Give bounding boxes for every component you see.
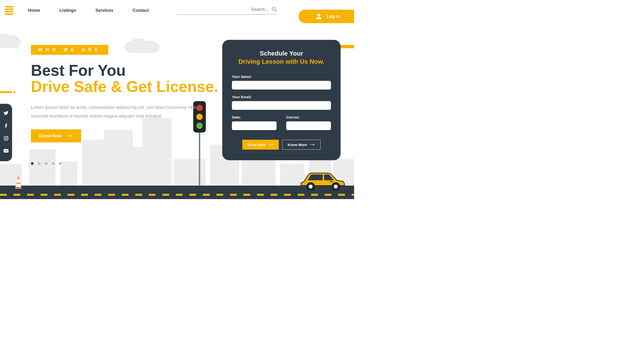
svg-marker-4 [16,179,20,183]
instagram-icon [4,136,9,141]
form-title: Schedule Your Driving Lesson with Us Now… [232,49,331,66]
road-dash-decor [0,194,354,196]
youtube-link[interactable] [4,148,9,154]
traffic-cone-decor [12,175,25,192]
facebook-icon [4,123,9,128]
login-label: Log In [326,14,340,19]
search-input[interactable] [178,7,271,12]
primary-nav: Home Listings Services Contact [28,8,149,13]
social-sidebar [0,104,12,161]
enrol-label: Enrol Now [39,133,62,138]
svg-rect-6 [12,189,24,191]
hero-description: Lorem ipsum dolor sit amet, consectetuer… [31,103,202,120]
schedule-form-card: Schedule Your Driving Lesson with Us Now… [222,40,340,160]
arrow-right-icon [66,134,73,137]
email-input[interactable] [232,101,331,110]
search-icon [271,6,278,13]
form-actions: Enrol Now Know More [232,140,331,150]
slider-dot-2[interactable] [38,162,40,165]
youtube-icon [4,148,9,153]
form-title-line2: Driving Lesson with Us Now. [232,58,331,66]
name-input[interactable] [232,81,331,89]
slider-dot-1[interactable] [31,162,34,165]
name-field-group: Your Name: [232,74,331,89]
facebook-link[interactable] [4,123,9,129]
nav-services[interactable]: Services [96,8,113,13]
arrow-right-icon [268,143,274,146]
course-input[interactable] [286,121,331,130]
nav-contact[interactable]: Contact [132,8,149,13]
email-label: Your Email: [232,95,252,99]
date-course-row: Date: Course: [232,115,331,130]
twitter-icon [4,110,9,116]
search-field[interactable] [178,6,278,15]
course-field-group: Course: [286,115,331,130]
headline-line1: Best For You [31,62,126,79]
enrol-now-button[interactable]: Enrol Now [31,129,81,142]
date-field-group: Date: [232,115,276,130]
car-decor [298,168,347,192]
nav-listings[interactable]: Listings [60,8,76,13]
form-title-line1: Schedule Your [260,50,303,57]
name-label: Your Name: [232,74,252,79]
form-enrol-label: Enrol Now [248,143,266,147]
slider-dot-5[interactable] [59,162,62,165]
twitter-link[interactable] [4,110,9,117]
date-label: Date: [232,115,241,119]
email-field-group: Your Email: [232,95,331,110]
nav-home[interactable]: Home [28,8,40,13]
svg-rect-11 [330,181,333,182]
course-label: Course: [286,115,300,119]
instagram-link[interactable] [4,136,9,142]
slider-dots [31,162,354,165]
know-more-button[interactable]: Know More [282,140,320,150]
slider-dot-3[interactable] [45,162,48,165]
user-icon [316,13,322,20]
svg-point-8 [309,185,312,188]
login-button[interactable]: Log In [298,10,354,23]
hero-tagline: WHO WE ARE [31,45,108,55]
slider-dot-4[interactable] [52,162,54,165]
header: Home Listings Services Contact Log In [0,0,354,21]
know-more-label: Know More [288,143,307,147]
arrow-right-icon [310,143,315,146]
svg-marker-5 [16,184,21,187]
form-enrol-button[interactable]: Enrol Now [242,140,278,150]
hamburger-menu-icon[interactable] [5,6,14,15]
date-input[interactable] [232,121,276,130]
svg-point-10 [334,185,338,188]
